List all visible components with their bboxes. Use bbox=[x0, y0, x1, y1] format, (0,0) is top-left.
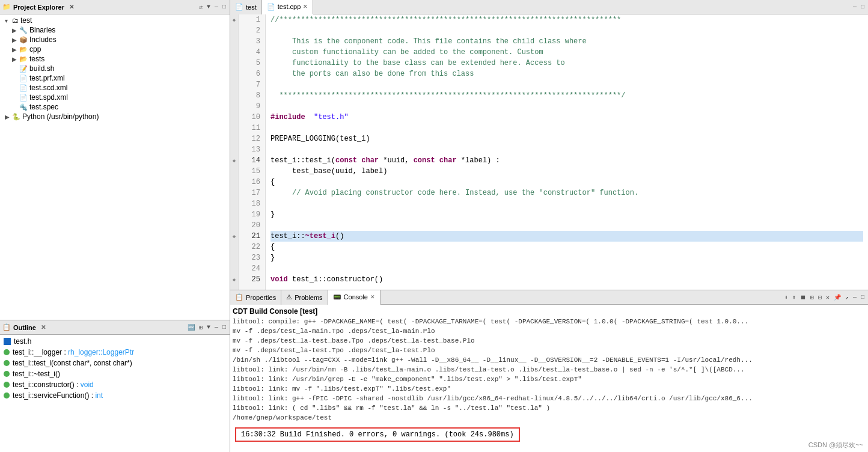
code-line-17: // Avoid placing constructor code here. … bbox=[270, 188, 863, 198]
console-tab-bar: 📋 Properties ⚠ Problems 📟 Console ✕ ⬇ bbox=[230, 290, 868, 305]
marker-1: ◆ bbox=[230, 14, 238, 25]
scroll-down-icon[interactable]: ⬇ bbox=[783, 293, 789, 302]
tab-properties[interactable]: 📋 Properties bbox=[230, 290, 281, 305]
console-minimize-icon[interactable]: — bbox=[852, 293, 858, 301]
console-newwin-icon[interactable]: ↗ bbox=[844, 293, 850, 302]
tree-item-buildsh[interactable]: 📝 build.sh bbox=[0, 64, 230, 73]
tree-item-python[interactable]: ▶ 🐍 Python (/usr/bin/python) bbox=[0, 112, 230, 121]
tree-item-test[interactable]: ▾ 🗂 test bbox=[0, 16, 230, 25]
tab-console[interactable]: 📟 Console ✕ bbox=[328, 290, 381, 305]
tree-item-cpp[interactable]: ▶ 📂 cpp bbox=[0, 44, 230, 54]
code-line-19: } bbox=[270, 209, 863, 220]
console-icon: 📟 bbox=[333, 293, 341, 301]
tree-item-spdxml[interactable]: 📄 test.spd.xml bbox=[0, 93, 230, 102]
outline-maximize-icon[interactable]: □ bbox=[221, 323, 227, 332]
console-line-11: /home/gnep/workspace/test bbox=[233, 413, 866, 423]
console-line-7: libtool: link: /usr/bin/grep -E -e "make… bbox=[233, 374, 866, 384]
editor-tab-bar-right: — □ bbox=[852, 3, 868, 11]
tab-properties-label: Properties bbox=[246, 294, 276, 301]
console-view2-icon[interactable]: ⊟ bbox=[817, 293, 823, 302]
editor-tab-bar: 📄 test 📄 test.cpp ✕ — □ bbox=[230, 0, 868, 14]
maximize-editor-icon[interactable]: □ bbox=[860, 3, 866, 11]
marker-4 bbox=[230, 47, 238, 58]
close-icon[interactable]: ✕ bbox=[69, 4, 74, 10]
ln-12: 12 bbox=[241, 133, 263, 144]
code-content[interactable]: //**************************************… bbox=[266, 14, 868, 290]
project-explorer-tree[interactable]: ▾ 🗂 test ▶ 🔧 Binaries ▶ 📦 Includes bbox=[0, 14, 230, 320]
outline-filter-icon[interactable]: ⊞ bbox=[198, 323, 204, 332]
outline-minimize-icon[interactable]: — bbox=[213, 323, 219, 332]
console-content[interactable]: CDT Build Console [test] libtool: compil… bbox=[230, 305, 868, 452]
editor-tabs: 📄 test 📄 test.cpp ✕ bbox=[230, 0, 313, 14]
sync-icon[interactable]: ⇄ bbox=[198, 3, 204, 11]
ln-2: 2 bbox=[241, 25, 263, 36]
outline-toolbar: 🔤 ⊞ ▼ — □ bbox=[186, 323, 227, 332]
tree-arrow-python: ▶ bbox=[5, 114, 12, 120]
outline-item-testh[interactable]: test.h bbox=[0, 336, 230, 347]
outline-item-constructor2[interactable]: test_i::constructor() : void bbox=[0, 379, 230, 390]
outline-menu-icon[interactable]: ▼ bbox=[206, 323, 212, 332]
tree-item-includes[interactable]: ▶ 📦 Includes bbox=[0, 35, 230, 44]
code-line-8: ****************************************… bbox=[270, 90, 863, 101]
tree-label-binaries: Binaries bbox=[29, 26, 55, 34]
folder-icon-tests: 📂 bbox=[19, 55, 28, 63]
tree-item-prfxml[interactable]: 📄 test.prf.xml bbox=[0, 73, 230, 83]
xml-icon-spd: 📄 bbox=[19, 94, 28, 102]
tree-label-cpp: cpp bbox=[29, 45, 41, 53]
console-view-icon[interactable]: ⊞ bbox=[809, 293, 815, 302]
marker-18 bbox=[230, 198, 238, 209]
ln-9: 9 bbox=[241, 101, 263, 112]
python-icon: 🐍 bbox=[12, 113, 20, 121]
left-panel: 📁 Project Explorer ✕ ⇄ ▼ — □ ▾ 🗂 test bbox=[0, 0, 230, 452]
tab-test[interactable]: 📄 test bbox=[230, 0, 262, 14]
tab-testcpp[interactable]: 📄 test.cpp ✕ bbox=[262, 0, 314, 14]
maximize-icon[interactable]: □ bbox=[221, 3, 227, 11]
outline-dot-logger bbox=[4, 349, 10, 355]
outline-sort-icon[interactable]: 🔤 bbox=[186, 323, 196, 332]
marker-19 bbox=[230, 209, 238, 220]
marker-10 bbox=[230, 112, 238, 123]
outline-text-logger: test_i::__logger : rh_logger::LoggerPtr bbox=[13, 348, 134, 356]
outline-title: 📋 Outline ✕ bbox=[2, 323, 46, 331]
minimize-icon[interactable]: — bbox=[213, 3, 219, 11]
outline-text-constructor2: test_i::constructor() : void bbox=[13, 380, 94, 389]
outline-item-constructor[interactable]: test_i::test_i(const char*, const char*) bbox=[0, 358, 230, 368]
stop-icon[interactable]: ⏹ bbox=[799, 293, 807, 302]
console-clear-icon[interactable]: ✕ bbox=[825, 293, 831, 302]
marker-5 bbox=[230, 58, 238, 69]
tree-arrow-includes: ▶ bbox=[12, 37, 19, 43]
outline-close-icon[interactable]: ✕ bbox=[41, 324, 46, 331]
code-line-25: void test_i::constructor() bbox=[270, 274, 863, 285]
code-line-13 bbox=[270, 144, 863, 155]
tree-label-scdxml: test.scd.xml bbox=[29, 84, 67, 92]
minimize-editor-icon[interactable]: — bbox=[852, 3, 858, 11]
marker-24 bbox=[230, 263, 238, 274]
scroll-up-icon[interactable]: ⬆ bbox=[791, 293, 797, 302]
outline-header: 📋 Outline ✕ 🔤 ⊞ ▼ — □ bbox=[0, 320, 230, 335]
ln-15: 15 bbox=[241, 166, 263, 177]
tab-console-close-icon[interactable]: ✕ bbox=[370, 294, 375, 300]
marker-21: ◆ bbox=[230, 231, 238, 242]
console-pin-icon[interactable]: 📌 bbox=[833, 293, 842, 302]
tree-item-spec[interactable]: 🔩 test.spec bbox=[0, 102, 230, 112]
menu-icon[interactable]: ▼ bbox=[206, 3, 212, 11]
ln-13: 13 bbox=[241, 144, 263, 155]
console-tabs: 📋 Properties ⚠ Problems 📟 Console ✕ bbox=[230, 290, 381, 305]
marker-20 bbox=[230, 220, 238, 231]
tab-problems[interactable]: ⚠ Problems bbox=[281, 290, 328, 305]
outline-text-constructor: test_i::test_i(const char*, const char*) bbox=[13, 359, 132, 367]
outline-item-servicefunction[interactable]: test_i::serviceFunction() : int bbox=[0, 390, 230, 401]
ln-5: 5 bbox=[241, 58, 263, 69]
outline-item-destructor[interactable]: test_i::~test_i() bbox=[0, 368, 230, 379]
code-editor[interactable]: ◆ ◆ bbox=[230, 14, 868, 290]
tree-item-binaries[interactable]: ▶ 🔧 Binaries bbox=[0, 25, 230, 35]
console-maximize-icon[interactable]: □ bbox=[860, 293, 866, 301]
tree-item-scdxml[interactable]: 📄 test.scd.xml bbox=[0, 83, 230, 93]
console-line-8: libtool: link: mv -f ".libs/test.expT" "… bbox=[233, 384, 866, 394]
tree-label-includes: Includes bbox=[29, 35, 57, 44]
tab-testcpp-close-icon[interactable]: ✕ bbox=[303, 4, 308, 10]
outline-tree[interactable]: test.h test_i::__logger : rh_logger::Log… bbox=[0, 335, 230, 452]
outline-item-logger[interactable]: test_i::__logger : rh_logger::LoggerPtr bbox=[0, 347, 230, 358]
tree-item-tests[interactable]: ▶ 📂 tests bbox=[0, 54, 230, 64]
code-line-4: custom functionality can be added to the… bbox=[270, 47, 863, 58]
